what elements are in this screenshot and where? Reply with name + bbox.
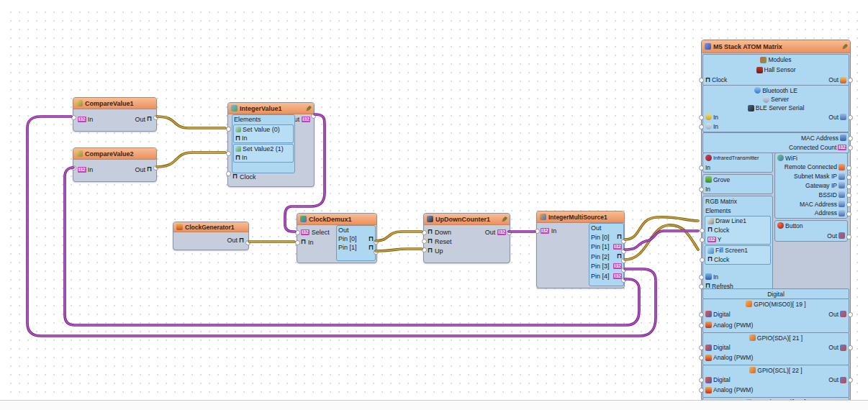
pin-display-in[interactable] [699, 275, 704, 280]
pin-clock[interactable] [226, 171, 231, 176]
pin-infrared-in[interactable] [699, 165, 704, 170]
elements-label: Elements [705, 207, 731, 214]
pin-serial-in[interactable] [699, 115, 704, 120]
pin-serial-out[interactable] [848, 115, 853, 120]
block-clock-demux1[interactable]: ClockDemux1 I32 Select ⊓ In Out Pin [0]⊓… [297, 213, 377, 263]
pin-down[interactable] [422, 230, 427, 235]
block-header[interactable]: IntegerMultiSource1 [537, 211, 624, 223]
pin-remote-connected[interactable] [846, 165, 851, 170]
pin-out[interactable] [507, 230, 512, 235]
pin2-label: Pin [2] [591, 253, 610, 260]
block-header[interactable]: UpDownCounter1 ✎ [424, 214, 510, 225]
block-header[interactable]: CompareValue2 [73, 148, 156, 160]
block-header[interactable]: ClockDemux1 [297, 214, 376, 225]
pin-bssid[interactable] [846, 193, 851, 198]
pin-drawline-clock[interactable] [700, 228, 705, 233]
pin-hall-out[interactable] [848, 78, 853, 83]
pulse-icon: ⊓ [428, 229, 433, 235]
pin-gpio21-analog[interactable] [699, 355, 704, 360]
pin-select[interactable] [295, 230, 300, 235]
set-value1-element[interactable]: Set Value (0) ⊓In [233, 124, 294, 143]
pin-gpio21-out[interactable] [848, 345, 853, 350]
pin-gpio19-digital[interactable] [699, 312, 704, 317]
analog-label: Analog (PWM) [713, 354, 753, 361]
set-value2-element[interactable]: Set Value2 (1) ⊓In [233, 144, 294, 163]
block-integer-multi-source1[interactable]: IntegerMultiSource1 I32 In Out Pin [0]⊓ … [536, 211, 625, 288]
pin-up[interactable] [422, 247, 427, 252]
pin-in[interactable] [535, 229, 540, 234]
pin-grove-in[interactable] [699, 187, 704, 192]
block-clock-generator1[interactable]: ClockGenerator1 Out⊓ [173, 222, 249, 250]
pin-out[interactable] [311, 114, 316, 119]
pin-in[interactable] [295, 240, 300, 245]
section-gpio-22: GPIO(SCL)[ 22 ] Digital Out Analog (PWM) [702, 365, 849, 398]
board-header[interactable]: M5 Stack ATOM Matrix ✎ [702, 40, 850, 53]
server-icon [763, 96, 769, 103]
pin-out[interactable] [153, 165, 158, 170]
connected-count-label: Connected Count [789, 144, 836, 151]
pin-address[interactable] [846, 211, 851, 217]
pin-display-refresh[interactable] [699, 284, 704, 289]
pin-mac-address[interactable] [848, 136, 853, 141]
pin-setvalue2-in[interactable] [226, 151, 231, 156]
pin-reset[interactable] [422, 239, 427, 244]
out-label: Out [227, 237, 238, 244]
pulse-icon: ⊓ [147, 116, 152, 122]
pin-connect-in[interactable] [699, 124, 704, 129]
block-header[interactable]: CompareValue1 [73, 98, 156, 109]
block-compare-value2[interactable]: CompareValue2 I32In Out⊓ [73, 147, 157, 182]
analog-pin-icon [705, 387, 712, 393]
pin-subnet-mask[interactable] [846, 175, 851, 180]
pin-out2[interactable] [621, 258, 626, 263]
pin-setvalue1-in[interactable] [226, 127, 231, 132]
pin-out0[interactable] [621, 239, 626, 244]
pin-button-out[interactable] [846, 234, 851, 240]
clock-label: Clock [240, 173, 256, 181]
pin-in[interactable] [71, 165, 76, 170]
pin-connected-count[interactable] [848, 145, 853, 150]
board-panel-m5-atom-matrix[interactable]: M5 Stack ATOM Matrix ✎ Modules Hall Sens… [701, 40, 851, 401]
pin-drawline-y[interactable] [700, 237, 705, 242]
pin-out0[interactable] [374, 240, 379, 245]
out-label: Out [135, 166, 145, 173]
digital-label: Digital [713, 311, 731, 318]
bluetooth-icon [754, 87, 761, 94]
edit-icon[interactable]: ✎ [304, 105, 312, 111]
fill-screen-element[interactable]: Fill Screen1 ⊓Clock [705, 245, 771, 265]
pin-wifi-mac[interactable] [846, 202, 851, 207]
edit-icon[interactable]: ✎ [841, 43, 848, 49]
block-header[interactable]: ClockGenerator1 [173, 222, 248, 232]
i32-type-icon: I32 [302, 117, 310, 122]
block-integer-value1[interactable]: IntegerValue1 ✎ Out I32 Elements Set Val… [227, 102, 315, 187]
pin-gpio22-out[interactable] [848, 378, 853, 383]
block-compare-value1[interactable]: CompareValue1 I32In Out⊓ [73, 97, 157, 132]
pin-fillscreen-clock[interactable] [700, 258, 705, 263]
pin-gpio19-analog[interactable] [699, 323, 704, 328]
block-updown-counter1[interactable]: UpDownCounter1 ✎ ⊓Down ⊓Reset ⊓Up Out I3… [423, 213, 510, 263]
out-label: Out [828, 311, 838, 318]
pin-gpio22-digital[interactable] [699, 378, 704, 383]
pin-gpio21-digital[interactable] [699, 345, 704, 350]
pin-gpio19-out[interactable] [848, 312, 853, 317]
pin-out1[interactable] [621, 249, 626, 254]
draw-line-element[interactable]: Draw Line1 ⊓Clock I32Y [705, 216, 771, 245]
pin-out3[interactable] [621, 268, 626, 273]
wifi-mac-icon [838, 201, 845, 207]
section-hall-sensor: Modules Hall Sensor ⊓Clock Out [702, 54, 849, 86]
edit-icon[interactable]: ✎ [500, 216, 507, 222]
pin-out[interactable] [245, 240, 250, 245]
pin-out1[interactable] [374, 250, 379, 255]
out-label: Out [828, 76, 838, 83]
block-header[interactable]: IntegerValue1 ✎ [228, 103, 314, 114]
rgb-matrix-label: RGB Matrix [705, 198, 737, 205]
pin-out[interactable] [153, 115, 158, 120]
pin-hall-clock[interactable] [699, 78, 704, 83]
pin-in[interactable] [71, 115, 76, 120]
pin-out4[interactable] [621, 278, 626, 283]
elements-box[interactable]: Elements Set Value (0) ⊓In Set Value2 (1… [232, 114, 295, 173]
pin-gpio22-analog[interactable] [699, 388, 704, 393]
i32-type-icon: I32 [78, 167, 86, 173]
in-label: In [88, 116, 94, 123]
pin-gateway-ip[interactable] [846, 184, 851, 189]
analog-label: Analog (PWM) [713, 386, 753, 393]
